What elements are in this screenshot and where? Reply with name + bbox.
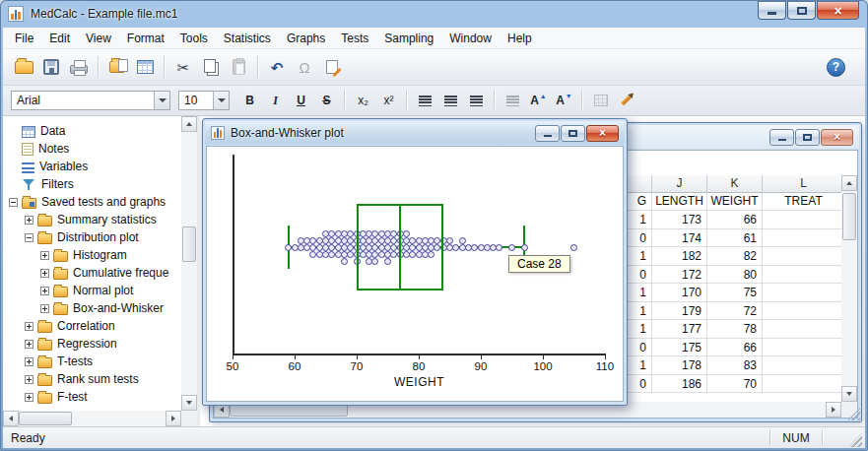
menu-item-tools[interactable]: Tools — [172, 28, 216, 49]
scroll-right-button[interactable] — [166, 411, 181, 426]
plus-expander-icon[interactable] — [40, 287, 49, 295]
title-bar[interactable]: MedCalc - Example file.mc1 × — [0, 0, 868, 28]
scrollbar-track[interactable] — [181, 132, 197, 395]
print-button[interactable] — [66, 54, 92, 80]
tree-item-cumulative-freque[interactable]: Cumulative freque — [3, 264, 181, 282]
tree-item-saved-tests-and-graphs[interactable]: Saved tests and graphs — [3, 193, 181, 211]
subscript-button[interactable]: x₂ — [351, 90, 375, 111]
plus-expander-icon[interactable] — [40, 269, 49, 278]
spreadsheet-minimize-button[interactable] — [769, 129, 794, 146]
sheet-cell[interactable] — [763, 339, 841, 357]
sheet-cell[interactable]: 83 — [707, 356, 763, 375]
tree-item-regression[interactable]: Regression — [3, 335, 181, 353]
sheet-cell[interactable] — [763, 266, 841, 285]
column-header-l[interactable]: L — [763, 175, 841, 193]
plus-expander-icon[interactable] — [25, 322, 33, 331]
plot-window[interactable]: Box-and-Whisker plot × WEIGHT Case 28 50… — [202, 118, 628, 406]
menu-item-sampling[interactable]: Sampling — [376, 28, 441, 49]
variable-name-cell[interactable]: LENGTH — [652, 193, 707, 211]
plot-maximize-button[interactable] — [561, 125, 585, 142]
data-point[interactable] — [496, 244, 502, 251]
undo-button[interactable]: ↶ — [264, 54, 290, 80]
tree-item-notes[interactable]: Notes — [3, 140, 181, 158]
tree-item-box-and-whisker[interactable]: Box-and-Whisker — [3, 299, 181, 317]
sheet-cell[interactable]: 178 — [652, 356, 707, 375]
plus-expander-icon[interactable] — [25, 340, 33, 349]
sheet-cell[interactable] — [763, 284, 841, 302]
tree-item-f-test[interactable]: F-test — [3, 388, 181, 406]
menu-item-statistics[interactable]: Statistics — [216, 28, 279, 49]
plot-minimize-button[interactable] — [535, 125, 560, 142]
align-right-button[interactable] — [464, 90, 489, 111]
data-point[interactable] — [341, 258, 348, 265]
underline-button[interactable]: U — [289, 90, 313, 111]
align-center-button[interactable] — [438, 90, 463, 111]
scroll-left-button[interactable] — [3, 411, 19, 426]
scrollbar-track[interactable] — [72, 411, 166, 426]
font-size-select[interactable]: 10 — [178, 91, 230, 110]
menu-item-help[interactable]: Help — [500, 28, 540, 49]
copy-button[interactable] — [198, 54, 224, 80]
scrollbar-track[interactable] — [841, 191, 857, 386]
menu-item-graphs[interactable]: Graphs — [279, 28, 333, 49]
minus-expander-icon[interactable] — [25, 233, 33, 242]
sheet-cell[interactable]: 61 — [707, 229, 763, 248]
chevron-down-icon[interactable] — [154, 92, 169, 109]
decrease-font-button[interactable]: A▼ — [552, 90, 576, 111]
help-button[interactable]: ? — [827, 58, 845, 77]
sheet-cell[interactable]: 170 — [652, 284, 707, 302]
sheet-cell[interactable]: 186 — [652, 375, 707, 394]
tree-item-summary-statistics[interactable]: Summary statistics — [3, 211, 181, 228]
plus-expander-icon[interactable] — [40, 251, 49, 260]
tree-item-rank-sum-tests[interactable]: Rank sum tests — [3, 370, 181, 388]
scroll-down-button[interactable] — [841, 386, 857, 402]
menu-item-window[interactable]: Window — [441, 28, 500, 49]
sheet-cell[interactable]: 179 — [652, 302, 707, 321]
sheet-cell[interactable]: 78 — [707, 320, 763, 339]
tree-item-filters[interactable]: Filters — [3, 175, 181, 193]
sheet-vertical-scrollbar[interactable] — [841, 175, 857, 402]
sheet-cell[interactable]: 66 — [707, 211, 763, 229]
tree-item-t-tests[interactable]: T-tests — [3, 353, 181, 370]
data-point[interactable] — [459, 237, 466, 244]
data-point[interactable] — [570, 244, 577, 251]
open-example-button[interactable] — [104, 54, 130, 80]
minus-expander-icon[interactable] — [9, 198, 18, 207]
maximize-button[interactable] — [787, 1, 816, 20]
plus-expander-icon[interactable] — [40, 304, 49, 313]
window-resize-grip[interactable] — [848, 433, 862, 447]
scrollbar-thumb[interactable] — [182, 226, 196, 262]
sheet-cell[interactable] — [763, 356, 841, 375]
cut-button[interactable]: ✂ — [170, 54, 196, 80]
tree-item-normal-plot[interactable]: Normal plot — [3, 282, 181, 299]
close-button[interactable]: × — [817, 1, 859, 20]
plus-expander-icon[interactable] — [25, 393, 33, 402]
data-point[interactable] — [446, 237, 453, 244]
superscript-button[interactable]: x² — [376, 90, 401, 111]
sheet-cell[interactable]: 172 — [652, 266, 707, 285]
sheet-cell[interactable] — [763, 247, 841, 266]
plus-expander-icon[interactable] — [25, 357, 33, 366]
sheet-cell[interactable]: 70 — [707, 375, 763, 394]
sheet-cell[interactable]: 177 — [652, 320, 707, 339]
align-left-button[interactable] — [413, 90, 437, 111]
sheet-cell[interactable]: 175 — [652, 339, 707, 357]
scrollbar-thumb[interactable] — [842, 193, 856, 240]
tree-item-distribution-plot[interactable]: Distribution plot — [3, 228, 181, 246]
edit-comment-button[interactable] — [319, 54, 345, 80]
sheet-cell[interactable] — [763, 375, 841, 394]
highlight-button[interactable] — [614, 90, 638, 111]
sheet-cell[interactable] — [763, 211, 841, 229]
variable-name-cell[interactable]: WEIGHT — [707, 193, 763, 211]
save-button[interactable] — [38, 54, 64, 80]
plus-expander-icon[interactable] — [25, 375, 33, 384]
menu-item-file[interactable]: File — [7, 28, 41, 49]
bold-button[interactable]: B — [237, 90, 262, 111]
strikethrough-button[interactable]: S — [314, 90, 339, 111]
tree-item-data[interactable]: Data — [3, 122, 181, 140]
sheet-cell[interactable]: 173 — [652, 211, 707, 229]
spreadsheet-close-button[interactable]: × — [821, 129, 853, 146]
spreadsheet-restore-button[interactable] — [795, 129, 820, 146]
scroll-down-button[interactable] — [181, 395, 197, 411]
scroll-up-button[interactable] — [841, 175, 857, 191]
